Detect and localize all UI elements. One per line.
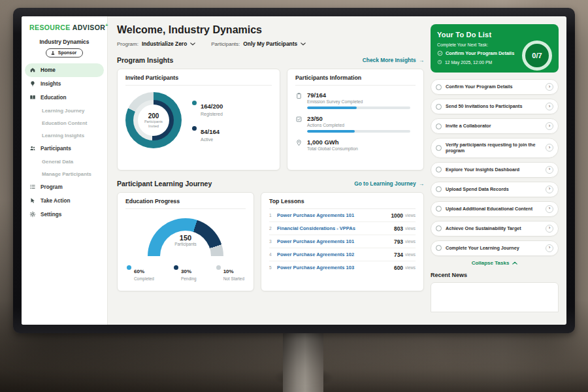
chevron-right-icon[interactable]: › — [546, 225, 553, 233]
task-checkbox[interactable] — [436, 186, 442, 192]
task-item[interactable]: Send 50 Invitations to Participants › — [431, 99, 559, 114]
monitor-stand — [283, 332, 323, 392]
participants-select[interactable]: Participants: Only My Participants — [211, 41, 306, 47]
task-checkbox[interactable] — [436, 206, 442, 212]
task-item[interactable]: Achieve One Sustainability Target › — [431, 221, 559, 237]
task-item[interactable]: Explore Your Insights Dashboard › — [431, 162, 559, 178]
task-item[interactable]: Upload Additional Educational Content › — [431, 201, 559, 217]
sidebar-item-learning-journey[interactable]: Learning Journey — [22, 105, 107, 117]
sidebar-item-insights[interactable]: Insights — [22, 77, 107, 91]
link-label: Check More Insights — [363, 57, 416, 63]
lesson-views: 734 — [394, 252, 403, 258]
sidebar-item-label: General Data — [42, 159, 73, 165]
check-more-insights-link[interactable]: Check More Insights→ — [363, 57, 424, 63]
participants-value: Only My Participants — [243, 41, 297, 47]
list-icon — [29, 184, 36, 190]
sidebar-item-participants[interactable]: Participants — [22, 142, 107, 155]
task-item[interactable]: Verify participants requesting to join t… — [431, 138, 559, 158]
chevron-down-icon — [301, 42, 306, 46]
legend-dot — [127, 265, 131, 270]
todo-card: Your To Do List Complete Your Next Task:… — [431, 24, 559, 73]
task-checkbox[interactable] — [436, 145, 442, 151]
task-checkbox[interactable] — [436, 245, 442, 251]
chevron-right-icon[interactable]: › — [546, 244, 553, 252]
pointer-icon — [29, 197, 36, 204]
sidebar-item-label: Participants — [41, 146, 71, 152]
task-checkbox[interactable] — [436, 104, 442, 110]
education-progress-card: Education Progress 150 Participants 60% … — [117, 192, 254, 291]
invited-center-label: Participants Invited — [140, 120, 167, 128]
lesson-link[interactable]: Power Purchase Agreements 102 — [277, 252, 390, 257]
learning-journey-heading: Participant Learning Journey — [117, 180, 212, 188]
chevron-right-icon[interactable]: › — [546, 122, 553, 130]
invited-center-value: 200 — [148, 112, 159, 120]
stat-global-consumption: 1,000 GWh Total Global Consumption — [295, 139, 416, 151]
lesson-link[interactable]: Power Purchase Agreements 101 — [277, 212, 387, 218]
collapse-tasks-link[interactable]: Collapse Tasks — [431, 260, 559, 266]
chevron-right-icon[interactable]: › — [546, 144, 553, 152]
education-card-title: Education Progress — [125, 198, 246, 209]
sidebar-item-settings[interactable]: Settings — [22, 208, 107, 221]
sidebar-item-program[interactable]: Program — [22, 180, 107, 194]
gauge-center-value: 150 — [148, 234, 223, 242]
person-icon — [50, 50, 56, 56]
recent-news-card[interactable] — [431, 282, 559, 312]
sponsor-badge[interactable]: Sponsor — [46, 48, 83, 57]
chevron-right-icon[interactable]: › — [546, 186, 553, 193]
top-lessons-card: Top Lessons 1 Power Purchase Agreements … — [261, 192, 424, 291]
todo-title: Your To Do List — [437, 31, 552, 39]
sidebar-item-education[interactable]: Education — [22, 91, 107, 105]
task-checkbox[interactable] — [436, 225, 442, 231]
lesson-link[interactable]: Power Purchase Agreements 101 — [277, 238, 390, 244]
task-label: Explore Your Insights Dashboard — [446, 167, 542, 172]
logo-primary: RESOURCE — [29, 24, 71, 31]
info-card-title: Participants Information — [295, 74, 416, 86]
gauge-center-label: Participants — [148, 242, 223, 246]
top-lessons-title: Top Lessons — [269, 198, 416, 209]
chevron-right-icon[interactable]: › — [546, 83, 553, 91]
task-checkbox[interactable] — [436, 123, 442, 129]
progress-bar-fill — [307, 130, 355, 133]
sidebar-item-general-data[interactable]: General Data — [22, 155, 107, 168]
learning-cards-row: Education Progress 150 Participants 60% … — [117, 192, 424, 291]
home-icon — [29, 67, 36, 73]
task-checkbox[interactable] — [436, 84, 442, 90]
task-item[interactable]: Invite a Collaborator › — [431, 118, 559, 134]
chevron-right-icon[interactable]: › — [546, 166, 553, 174]
stat-value: 1,000 GWh — [307, 139, 358, 146]
sidebar-item-home[interactable]: Home — [25, 63, 104, 77]
legend-value: 164/200 — [201, 103, 223, 110]
todo-next-task-label: Confirm Your Program Details — [446, 50, 514, 56]
chevron-right-icon[interactable]: › — [546, 103, 553, 110]
check-circle-icon — [437, 50, 443, 56]
sidebar-item-manage-participants[interactable]: Manage Participants — [22, 168, 107, 180]
todo-due-label: 12 May 2025, 12:00 PM — [445, 60, 492, 65]
lesson-link[interactable]: Financial Considerations - VPPAs — [277, 225, 390, 231]
program-insights-heading: Program Insights — [117, 56, 173, 64]
task-item[interactable]: Upload Spend Data Records › — [431, 182, 559, 197]
legend-label: Completed — [134, 276, 154, 281]
sidebar-item-label: Education Content — [42, 120, 87, 126]
sidebar-item-learning-insights[interactable]: Learning Insights — [22, 129, 107, 142]
monitor-bezel: RESOURCE ADVISOR+ Industry Dynamics Spon… — [13, 8, 575, 333]
lesson-views: 1000 — [391, 212, 403, 219]
legend-label: Pending — [181, 276, 196, 281]
lesson-row: 3 Power Purchase Agreements 101 793 view… — [269, 235, 416, 248]
lesson-views: 793 — [394, 238, 403, 245]
lesson-rank: 2 — [269, 226, 277, 231]
task-checkbox[interactable] — [436, 167, 442, 172]
task-item[interactable]: Confirm Your Program Details › — [431, 79, 559, 95]
program-select[interactable]: Program: Industrialize Zero — [117, 41, 195, 47]
sidebar-item-take-action[interactable]: Take Action — [22, 194, 107, 208]
lesson-link[interactable]: Power Purchase Agreements 103 — [277, 265, 390, 270]
sidebar-item-education-content[interactable]: Education Content — [22, 117, 107, 129]
sponsor-badge-label: Sponsor — [58, 50, 76, 55]
todo-next-task[interactable]: Confirm Your Program Details — [437, 50, 522, 56]
insights-icon — [29, 80, 36, 87]
lesson-rank: 4 — [269, 252, 277, 257]
chevron-right-icon[interactable]: › — [546, 205, 553, 213]
arrow-right-icon: → — [419, 180, 424, 187]
lesson-views: 600 — [394, 265, 403, 271]
task-item[interactable]: Complete Your Learning Journey › — [431, 240, 559, 256]
go-to-learning-journey-link[interactable]: Go to Learning Journey→ — [354, 180, 424, 187]
